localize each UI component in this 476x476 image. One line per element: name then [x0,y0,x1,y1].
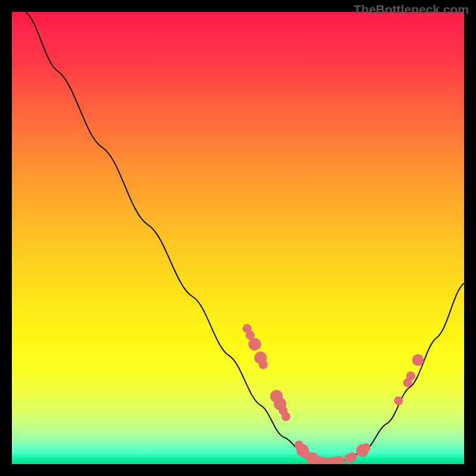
watermark-text: TheBottleneck.com [353,2,469,17]
curve-marker [406,371,415,380]
curve-marker [248,338,261,350]
curve-marker [394,396,403,405]
curve-marker [361,443,370,452]
curve-markers-group [243,324,424,464]
curve-marker [348,452,357,461]
curve-marker [281,412,290,421]
bottleneck-curve [26,12,464,462]
curve-marker [259,360,268,369]
curve-marker [412,354,424,366]
chart-area [12,12,464,464]
chart-svg [12,12,464,464]
